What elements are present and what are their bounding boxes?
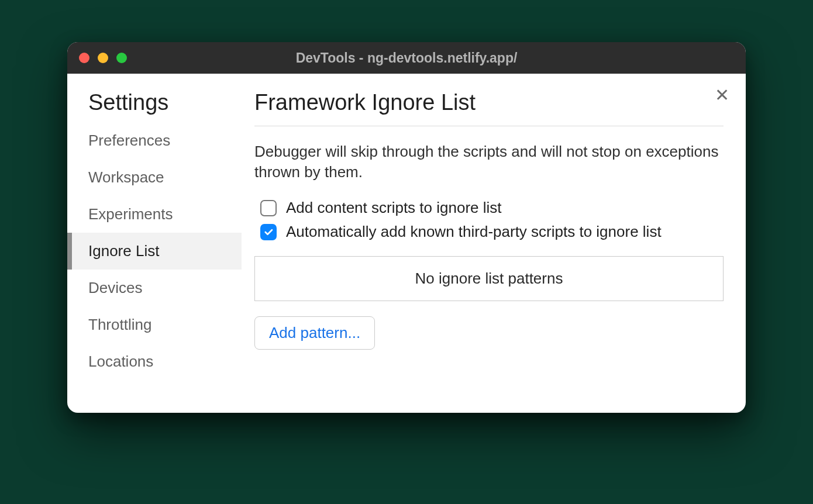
traffic-lights: [79, 53, 127, 63]
titlebar: DevTools - ng-devtools.netlify.app/: [67, 42, 746, 74]
sidebar-item-throttling[interactable]: Throttling: [67, 306, 242, 343]
checkbox-content-scripts[interactable]: [260, 200, 277, 216]
settings-main: Framework Ignore List Debugger will skip…: [242, 74, 746, 413]
close-window-button[interactable]: [79, 53, 89, 63]
checkbox-label: Automatically add known third-party scri…: [286, 223, 662, 241]
checkbox-row-content-scripts[interactable]: Add content scripts to ignore list: [260, 199, 724, 217]
add-pattern-button[interactable]: Add pattern...: [254, 316, 375, 350]
minimize-window-button[interactable]: [98, 53, 108, 63]
devtools-window: DevTools - ng-devtools.netlify.app/ ✕ Se…: [67, 42, 746, 413]
sidebar-item-locations[interactable]: Locations: [67, 343, 242, 380]
page-description: Debugger will skip through the scripts a…: [254, 141, 724, 182]
checkbox-row-third-party[interactable]: Automatically add known third-party scri…: [260, 223, 724, 241]
maximize-window-button[interactable]: [116, 53, 127, 63]
page-title: Framework Ignore List: [254, 90, 724, 126]
settings-body: ✕ Settings Preferences Workspace Experim…: [67, 74, 746, 413]
settings-heading: Settings: [67, 90, 242, 122]
checkbox-third-party[interactable]: [260, 224, 277, 240]
sidebar-item-preferences[interactable]: Preferences: [67, 122, 242, 159]
close-icon[interactable]: ✕: [715, 87, 729, 104]
window-title: DevTools - ng-devtools.netlify.app/: [67, 50, 746, 66]
checkbox-label: Add content scripts to ignore list: [286, 199, 502, 217]
sidebar-item-devices[interactable]: Devices: [67, 270, 242, 306]
check-icon: [263, 227, 274, 237]
settings-sidebar: Settings Preferences Workspace Experimen…: [67, 74, 242, 413]
sidebar-item-experiments[interactable]: Experiments: [67, 196, 242, 233]
sidebar-item-ignore-list[interactable]: Ignore List: [67, 233, 242, 270]
ignore-list-patterns-empty: No ignore list patterns: [254, 256, 724, 301]
sidebar-item-workspace[interactable]: Workspace: [67, 159, 242, 196]
